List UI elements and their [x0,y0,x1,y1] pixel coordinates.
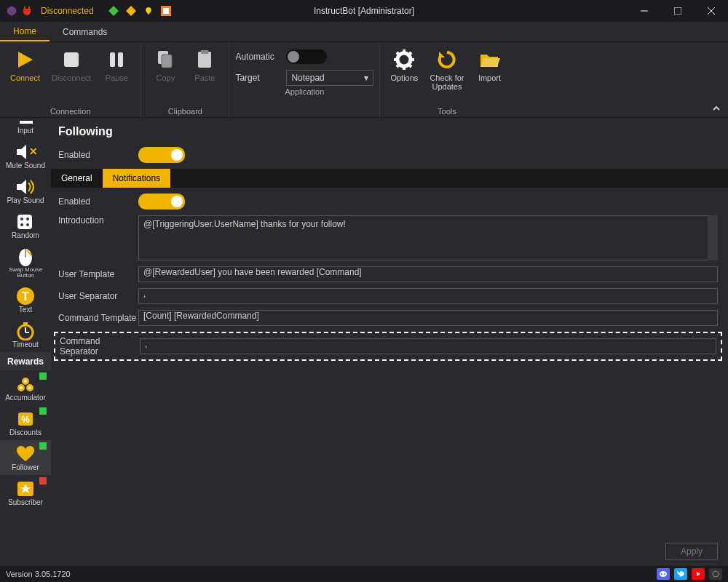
svg-point-43 [20,386,23,389]
ribbon-group-label: Connection [6,105,135,116]
star-icon [15,479,36,498]
paste-button[interactable]: Paste [186,45,223,85]
automatic-label: Automatic [235,52,279,62]
scrollbar[interactable] [708,215,718,260]
user-separator-label: User Separator [58,291,138,301]
target-select[interactable]: Notepad ▾ [286,70,373,86]
svg-rect-5 [674,7,681,15]
ribbon-collapse-icon[interactable] [712,104,721,113]
user-separator-input[interactable]: , [138,288,718,304]
following-enabled-toggle[interactable] [138,147,185,163]
connect-button[interactable]: Connect [6,45,44,85]
apply-button[interactable]: Apply [665,543,718,560]
svg-line-23 [408,52,411,55]
svg-rect-8 [64,52,79,67]
version-text: Version 3.05.1720 [6,570,71,578]
copy-icon [154,48,177,71]
disconnect-button[interactable]: Disconnect [47,45,95,85]
sidebar-header-rewards: Rewards [0,352,51,370]
command-template-input[interactable]: [Count] [RewardedCommand] [138,310,718,326]
automatic-toggle[interactable] [286,49,327,64]
ribbon-group-application: Automatic Target Notepad ▾ Application [229,42,380,117]
svg-rect-13 [198,52,211,68]
dice-icon [15,212,36,231]
youtube-icon[interactable] [692,568,705,580]
svg-line-24 [397,64,400,67]
pause-icon [105,48,128,71]
sidebar-item-timeout[interactable]: Timeout [0,317,51,352]
keyboard-icon [15,118,36,127]
ribbon-group-label: Tools [386,105,507,116]
sidebar-item-text[interactable]: T Text [0,282,51,317]
sidebar-item-discounts[interactable]: % Discounts [0,405,51,440]
svg-rect-27 [17,215,32,229]
service-icon-1[interactable] [108,6,119,16]
close-button[interactable] [695,0,728,22]
subtab-general[interactable]: General [51,169,103,188]
gear-icon [392,48,416,71]
titlebar-left: Disconnected [0,5,94,17]
svg-point-28 [20,218,23,220]
svg-point-44 [28,386,31,389]
page-title: Following [58,125,718,138]
service-icon-4[interactable] [161,6,171,16]
pause-button[interactable]: Pause [98,45,135,85]
status-badge [39,477,47,485]
svg-text:✕: ✕ [29,146,36,157]
sidebar-item-accumulator[interactable]: Accumulator [0,370,51,405]
tab-home[interactable]: Home [0,22,50,41]
status-badge [39,407,47,415]
discount-icon: % [15,409,36,428]
sidebar-item-subscriber[interactable]: Subscriber [0,475,51,510]
import-button[interactable]: Import [471,45,507,85]
notifications-enabled-toggle[interactable] [138,194,185,210]
svg-point-49 [660,571,667,577]
service-icon-2[interactable] [126,6,136,16]
svg-line-21 [397,52,400,55]
svg-line-22 [408,64,411,67]
ribbon-group-connection: Connect Disconnect Pause Connection [0,42,141,117]
svg-rect-0 [108,6,119,16]
svg-point-45 [24,380,27,383]
mute-icon: ✕ [15,142,36,162]
user-template-label: User Template [58,269,138,279]
svg-point-52 [713,571,719,577]
sidebar-item-follower[interactable]: Follower [0,440,51,475]
sidebar-item-mute-sound[interactable]: ✕ Mute Sound [0,138,51,173]
sidebar-item-swap-mouse[interactable]: Swap Mouse Button [0,243,51,282]
window-title: InstructBot [Administrator] [314,6,414,16]
refresh-icon [435,48,459,71]
subtabs: General Notifications [51,169,728,188]
window-controls [628,0,728,22]
copy-button[interactable]: Copy [147,45,183,85]
introduction-label: Introduction [58,215,138,226]
minimize-button[interactable] [628,0,661,22]
service-icon-3[interactable] [143,6,154,16]
ribbon: Connect Disconnect Pause Connection Copy… [0,42,728,118]
sidebar-item-random[interactable]: Random [0,208,51,243]
sidebar-item-play-sound[interactable]: Play Sound [0,173,51,208]
stopwatch-icon [15,321,36,340]
mouse-icon [15,247,36,266]
maximize-button[interactable] [661,0,695,22]
user-template-input[interactable]: @[RewardedUser] you have been rewarded [… [138,266,718,282]
twitter-icon[interactable] [674,568,687,580]
ribbon-group-tools: Options Check for Updates Import Tools [380,42,513,117]
folder-icon [478,48,501,71]
sidebar-item-input[interactable]: Input [0,118,51,138]
svg-text:T: T [22,290,29,303]
svg-point-31 [26,223,29,226]
svg-point-51 [664,573,665,575]
svg-point-29 [26,218,29,220]
discord-icon[interactable] [657,568,670,580]
subtab-notifications[interactable]: Notifications [103,169,170,188]
misc-icon[interactable] [709,568,722,580]
introduction-input[interactable]: @[TriggeringUser.UserName] thanks for yo… [138,215,718,260]
options-button[interactable]: Options [386,45,422,85]
check-updates-button[interactable]: Check for Updates [425,45,468,94]
target-value: Notepad [291,73,324,83]
command-separator-input[interactable]: , [140,338,716,354]
svg-rect-10 [118,52,123,67]
tab-commands[interactable]: Commands [50,22,120,41]
plug-icon [22,6,32,16]
